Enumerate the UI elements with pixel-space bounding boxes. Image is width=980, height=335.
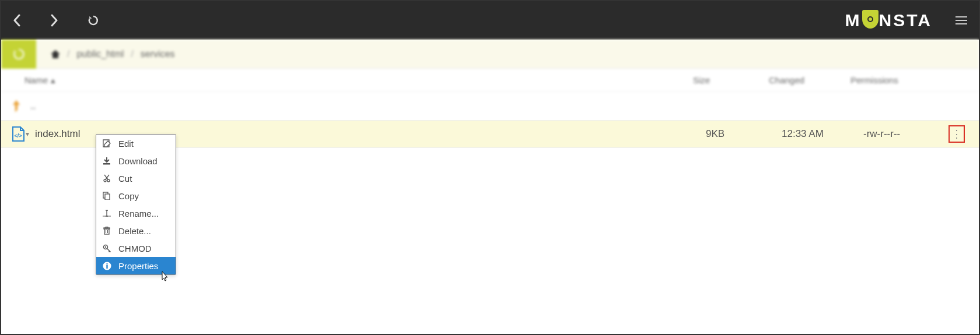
menu-download-label: Download (118, 156, 158, 166)
breadcrumb-seg[interactable]: public_html (76, 49, 124, 59)
logo-prefix: M (845, 10, 862, 30)
home-icon[interactable] (51, 50, 60, 58)
back-icon[interactable] (13, 14, 21, 27)
menu-properties[interactable]: Properties (96, 257, 176, 274)
breadcrumb-seg[interactable]: services (141, 49, 175, 59)
menu-delete-label: Delete... (118, 226, 151, 236)
logo-suffix: NSTA (879, 10, 932, 30)
svg-point-20 (106, 263, 107, 264)
edit-icon (102, 139, 111, 147)
file-actions: ⋮ (945, 125, 968, 143)
svg-rect-6 (103, 163, 110, 165)
table-header: Name ▴ Size Changed Permissions (1, 69, 979, 92)
col-header-name[interactable]: Name ▴ (24, 75, 693, 86)
file-name: index.html (35, 128, 80, 140)
copy-icon (102, 192, 111, 200)
parent-dir-row[interactable]: .. (1, 92, 979, 120)
toolbar-right-group: M NSTA (845, 10, 967, 30)
svg-rect-21 (106, 265, 107, 269)
context-menu: Edit Download Cut Copy Rename... Delete.… (96, 134, 176, 275)
svg-point-8 (107, 179, 110, 182)
brand-logo: M NSTA (845, 10, 932, 30)
menu-delete[interactable]: Delete... (96, 222, 176, 239)
file-icon-group: </> ▾ (12, 126, 29, 142)
svg-rect-16 (106, 227, 108, 228)
file-permissions: -rw-r--r-- (863, 128, 945, 140)
chmod-icon (102, 244, 111, 252)
top-toolbar: M NSTA (1, 1, 979, 40)
up-folder-icon (12, 100, 22, 112)
svg-point-7 (104, 179, 106, 182)
breadcrumb-sep: / (67, 49, 69, 59)
delete-icon (102, 227, 111, 235)
menu-edit[interactable]: Edit (96, 135, 176, 152)
info-icon (102, 262, 111, 270)
kebab-icon: ⋮ (951, 129, 962, 139)
menu-cut-label: Cut (118, 174, 132, 184)
svg-point-4 (23, 55, 24, 56)
col-header-size[interactable]: Size (693, 75, 769, 85)
col-header-changed[interactable]: Changed (769, 75, 850, 85)
refresh-icon[interactable] (88, 15, 99, 26)
menu-edit-label: Edit (118, 139, 134, 149)
breadcrumb-sep: / (131, 49, 133, 59)
menu-copy[interactable]: Copy (96, 187, 176, 204)
code-file-icon: </> (12, 126, 24, 142)
menu-icon[interactable] (956, 16, 967, 25)
row-menu-button[interactable]: ⋮ (949, 125, 965, 143)
file-changed: 12:33 AM (782, 128, 863, 140)
rename-icon (102, 209, 111, 217)
svg-text:</>: </> (14, 133, 22, 139)
svg-rect-10 (105, 194, 110, 200)
col-header-permissions[interactable]: Permissions (850, 75, 932, 85)
menu-rename-label: Rename... (118, 209, 159, 218)
col-header-name-label: Name (24, 75, 48, 85)
menu-rename[interactable]: Rename... (96, 204, 176, 222)
menu-copy-label: Copy (118, 191, 139, 201)
cut-icon (102, 174, 111, 182)
caret-down-icon[interactable]: ▾ (26, 130, 29, 138)
menu-cut[interactable]: Cut (96, 170, 176, 187)
history-button[interactable] (1, 40, 36, 69)
breadcrumb: / public_html / services (36, 49, 175, 59)
menu-chmod-label: CHMOD (118, 244, 152, 253)
svg-point-18 (105, 246, 106, 248)
parent-label: .. (30, 100, 706, 112)
menu-properties-label: Properties (118, 261, 158, 271)
menu-download[interactable]: Download (96, 152, 176, 170)
menu-chmod[interactable]: CHMOD (96, 239, 176, 257)
file-size: 9KB (706, 128, 782, 140)
svg-rect-12 (104, 229, 109, 234)
toolbar-nav-group (13, 14, 99, 27)
forward-icon[interactable] (50, 14, 58, 27)
breadcrumb-bar: / public_html / services (1, 40, 979, 69)
download-icon (102, 157, 111, 165)
svg-point-0 (868, 17, 873, 22)
logo-shield-icon (862, 10, 878, 29)
sort-asc-icon: ▴ (51, 75, 55, 86)
